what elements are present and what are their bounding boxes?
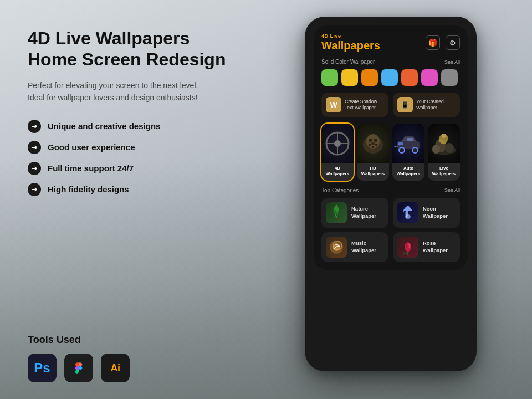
svg-rect-25 [336,218,337,221]
see-all-button-1[interactable]: See All [444,59,460,65]
features-list: ➜ Unique and creative designs ➜ Good use… [28,120,260,196]
subtitle: Perfect for elevating your screen to the… [28,79,205,104]
svg-point-13 [372,146,374,148]
list-item: ➜ Unique and creative designs [28,120,260,133]
hd-wallpaper-image [357,124,389,163]
section-label: Solid Color Wallpaper [321,59,375,65]
hd-wallpapers-card[interactable]: HDWallpapers [357,124,389,181]
wallpaper-category-grid: 4DWallpapers [314,124,468,181]
swatch-gray[interactable] [441,69,458,86]
settings-icon[interactable]: ⚙ [446,35,460,50]
action-cards: W Create Shadow Text Wallpaper 📱 Your Cr… [321,93,460,117]
svg-point-16 [412,147,418,153]
svg-point-15 [399,147,405,153]
music-wallpaper-card[interactable]: MusicWallpaper [321,232,388,262]
svg-point-8 [369,139,372,142]
list-item: ➜ Good user experience [28,141,260,154]
rose-thumb [397,237,418,258]
swatch-orange[interactable] [361,69,378,86]
feature-text: Good user experience [48,142,135,152]
4d-wallpaper-image [321,124,354,163]
arrow-icon: ➜ [28,162,41,175]
color-swatches [321,69,460,86]
app-title: Wallpapers [321,39,380,52]
solid-color-header: Solid Color Wallpaper See All [321,59,460,65]
live-wallpapers-label: LiveWallpapers [428,163,460,181]
arrow-icon: ➜ [28,120,41,133]
live-wallpapers-card[interactable]: LiveWallpapers [428,124,460,181]
svg-point-11 [369,144,371,146]
4d-wallpapers-label: 4DWallpapers [321,163,354,181]
rose-label: RoseWallpaper [423,240,448,254]
your-created-label: Your Created Wallpaper [416,99,456,111]
swatch-blue[interactable] [381,69,398,86]
figma-icon [64,354,93,382]
music-label: MusicWallpaper [351,240,376,254]
phone-screen: 4D Live Wallpapers 🎁 ⚙ Solid Color Wallp… [314,25,468,270]
swatch-green[interactable] [321,69,338,86]
svg-point-22 [445,143,454,153]
top-categories-header: Top Categories See All [321,187,460,193]
svg-rect-18 [407,138,413,141]
auto-wallpaper-image [392,124,424,163]
create-shadow-label: Create Shadow Text Wallpaper [345,99,384,111]
phone-frame: 4D Live Wallpapers 🎁 ⚙ Solid Color Wallp… [305,17,477,371]
feature-text: Unique and creative designs [48,121,160,131]
w-icon: W [326,97,341,112]
swatch-yellow[interactable] [341,69,358,86]
your-created-card[interactable]: 📱 Your Created Wallpaper [393,93,460,117]
left-panel: 4D Live Wallpapers Home Screen Redesign … [28,22,260,382]
nature-wallpaper-card[interactable]: NatureWallpaper [321,198,388,228]
auto-wallpapers-label: AutoWallpapers [392,163,424,181]
illustrator-icon: Ai [101,354,130,382]
auto-wallpapers-card[interactable]: AutoWallpapers [392,124,424,181]
app-header: 4D Live Wallpapers 🎁 ⚙ [321,33,460,52]
photoshop-icon: Ps [28,354,57,382]
top-categories-label: Top Categories [321,187,359,193]
music-thumb [326,237,347,258]
app-label: 4D Live [321,33,380,39]
feature-text: Full time support 24/7 [48,163,134,173]
app-branding: 4D Live Wallpapers [321,33,380,52]
svg-rect-30 [407,252,408,255]
live-wallpaper-image [428,124,460,163]
svg-point-10 [371,142,375,145]
4d-wallpapers-card[interactable]: 4DWallpapers [321,124,354,181]
phone-container: 4D Live Wallpapers 🎁 ⚙ Solid Color Wallp… [305,17,477,371]
tools-title: Tools Used [28,334,260,346]
see-all-button-2[interactable]: See All [444,187,460,193]
phone-icon: 📱 [397,97,413,112]
svg-point-26 [405,214,411,219]
neon-thumb [397,202,418,223]
arrow-icon: ➜ [28,141,41,154]
svg-point-23 [432,145,440,154]
header-icons: 🎁 ⚙ [426,35,460,50]
feature-text: High fidelity designs [48,185,129,194]
rose-wallpaper-card[interactable]: RoseWallpaper [393,232,460,262]
swatch-red[interactable] [401,69,418,86]
tools-row: Ps Ai [28,354,260,382]
svg-point-24 [442,134,446,138]
svg-rect-17 [398,142,403,145]
categories-grid: NatureWallpaper NeonWallpaper [321,198,460,262]
right-panel: 4D Live Wallpapers 🎁 ⚙ Solid Color Wallp… [272,22,510,382]
list-item: ➜ High fidelity designs [28,183,260,196]
gift-icon[interactable]: 🎁 [426,35,440,50]
svg-point-1 [334,140,341,147]
list-item: ➜ Full time support 24/7 [28,162,260,175]
nature-label: NatureWallpaper [351,206,376,219]
create-shadow-card[interactable]: W Create Shadow Text Wallpaper [321,93,388,117]
tools-section: Tools Used Ps Ai [28,334,260,382]
arrow-icon: ➜ [28,183,41,196]
hd-wallpapers-label: HDWallpapers [357,163,389,181]
main-title: 4D Live Wallpapers Home Screen Redesign [28,28,260,70]
neon-label: NeonWallpaper [423,206,448,219]
svg-point-9 [374,139,377,142]
neon-wallpaper-card[interactable]: NeonWallpaper [393,198,460,228]
svg-point-12 [375,144,377,146]
nature-thumb [326,202,347,223]
swatch-pink[interactable] [421,69,438,86]
